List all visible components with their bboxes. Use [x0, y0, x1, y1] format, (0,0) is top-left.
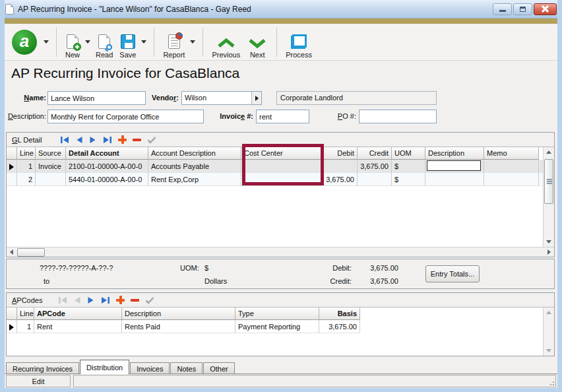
last-record-icon[interactable] — [103, 136, 112, 144]
minimize-icon — [499, 10, 506, 12]
window-document-icon — [5, 4, 14, 15]
credit-total-label: Credit: — [307, 277, 352, 285]
row-selector[interactable] — [7, 160, 17, 173]
gl-horizontal-scrollbar[interactable] — [7, 247, 554, 257]
uom-label: UOM: — [180, 264, 199, 272]
chevron-down-icon — [247, 37, 268, 49]
add-row-icon[interactable] — [116, 296, 125, 304]
toolbar-separator — [203, 28, 203, 57]
tab-invoices[interactable]: Invoices — [130, 362, 170, 374]
apcodes-panel: APCodes Line APCode Description Type Bas… — [6, 292, 555, 356]
gl-detail-grid: Line Source Detail Account Account Descr… — [7, 147, 554, 247]
new-button[interactable]: New — [62, 26, 83, 59]
vendor-label: Vendor: — [142, 94, 179, 102]
tab-distribution[interactable]: Distribution — [80, 360, 129, 374]
apcodes-label: APCodes — [12, 296, 42, 304]
scroll-right-button[interactable] — [544, 247, 554, 257]
tab-notes[interactable]: Notes — [170, 362, 203, 374]
close-button[interactable] — [534, 3, 557, 15]
vendor-lookup-button[interactable] — [251, 92, 261, 104]
last-record-icon[interactable] — [101, 296, 110, 304]
read-icon — [98, 34, 110, 49]
scroll-down-button[interactable] — [544, 346, 554, 356]
po-number-input[interactable] — [359, 110, 437, 123]
account-mask: ????-??-?????-A-??-? — [40, 264, 113, 272]
report-dropdown-icon[interactable] — [190, 40, 195, 44]
apcodes-grid: Line APCode Description Type Basis 1 Ren… — [7, 308, 554, 356]
scroll-up-button[interactable] — [544, 147, 554, 157]
status-panel — [73, 375, 556, 387]
uom-value: $ — [204, 264, 208, 272]
next-record-icon[interactable] — [89, 136, 97, 144]
po-number-label: PO #: — [330, 112, 356, 120]
window-title: AP Recurring Invoice - "Lance Wilson" fo… — [18, 5, 251, 14]
tab-other[interactable]: Other — [203, 362, 235, 374]
gl-description-cell-input[interactable] — [427, 160, 481, 171]
confirm-icon[interactable] — [147, 136, 156, 144]
first-record-icon[interactable] — [58, 296, 67, 304]
previous-record-icon[interactable] — [73, 296, 81, 304]
tab-recurring-invoices[interactable]: Recurring Invoices — [6, 362, 79, 374]
description-input[interactable] — [47, 110, 204, 123]
scroll-left-button[interactable] — [7, 247, 16, 257]
report-button[interactable]: Report — [160, 26, 188, 59]
debit-total-label: Debit: — [307, 264, 352, 272]
account-mask-to: to — [44, 277, 49, 285]
report-icon — [168, 34, 180, 49]
gl-grid-row[interactable]: 2 5440-01-00000-A-00-0 Rent Exp,Corp 3,6… — [7, 173, 554, 186]
entry-summary-panel: ????-??-?????-A-??-? to UOM: $ Dollars D… — [6, 259, 555, 289]
save-icon — [121, 34, 135, 49]
maximize-button[interactable] — [513, 3, 532, 15]
bottom-tabs: Recurring Invoices Distribution Invoices… — [6, 360, 235, 374]
scrollbar-thumb[interactable] — [544, 159, 553, 204]
toolbar-separator — [276, 28, 277, 57]
debit-total-value: 3,675.00 — [356, 264, 398, 272]
delete-row-icon[interactable] — [133, 139, 141, 141]
app-window: AP Recurring Invoice - "Lance Wilson" fo… — [0, 0, 562, 392]
save-button[interactable]: Save — [116, 26, 139, 59]
gl-detail-label: GL Detail — [12, 136, 42, 144]
gl-detail-panel: GL Detail Line Source Detail Account Acc… — [6, 132, 555, 257]
accountmate-logo-icon: a — [12, 30, 37, 55]
minimize-button[interactable] — [493, 3, 512, 15]
scrollbar-thumb[interactable] — [17, 248, 45, 257]
toolbar-separator — [56, 28, 57, 57]
scroll-down-button[interactable] — [544, 237, 554, 247]
scroll-up-button[interactable] — [544, 308, 554, 317]
maximize-icon — [520, 7, 526, 12]
invoice-number-input[interactable] — [256, 110, 309, 123]
next-record-icon[interactable] — [87, 296, 95, 304]
first-record-icon[interactable] — [60, 136, 69, 144]
name-label: Name: — [6, 94, 46, 102]
apcodes-section-header: APCodes — [7, 293, 554, 308]
delete-row-icon[interactable] — [131, 299, 139, 302]
credit-total-value: 3,675.00 — [356, 277, 398, 285]
chevron-up-icon — [216, 37, 237, 49]
uom-description: Dollars — [204, 277, 227, 285]
gl-vertical-scrollbar[interactable] — [543, 147, 554, 247]
process-button[interactable]: Process — [282, 26, 315, 59]
gl-grid-row[interactable]: 1 Invoice 2100-01-00000-A-00-0 Accounts … — [7, 160, 554, 173]
entry-totals-button[interactable]: Entry Totals... — [425, 265, 480, 282]
previous-record-icon[interactable] — [75, 136, 83, 144]
confirm-icon[interactable] — [145, 296, 154, 304]
next-button[interactable]: Next — [243, 26, 271, 59]
name-input[interactable] — [47, 91, 146, 105]
toolbar-separator — [154, 28, 154, 57]
resize-grip-icon[interactable] — [547, 379, 554, 385]
apcodes-vertical-scrollbar[interactable] — [543, 308, 554, 356]
new-dropdown-icon[interactable] — [85, 40, 90, 44]
previous-button[interactable]: Previous — [208, 26, 243, 59]
app-menu-button[interactable]: a — [9, 26, 42, 59]
vendor-combo[interactable]: Wilson — [181, 91, 262, 105]
add-row-icon[interactable] — [118, 135, 127, 144]
apcodes-row[interactable]: 1 Rent Rents Paid Payment Reporting 3,67… — [7, 320, 554, 333]
status-bar: Edit — [5, 374, 557, 388]
row-selector[interactable] — [7, 320, 17, 333]
read-button[interactable]: Read — [92, 26, 116, 59]
status-mode: Edit — [6, 375, 71, 387]
titlebar: AP Recurring Invoice - "Lance Wilson" fo… — [0, 0, 562, 18]
app-menu-dropdown-icon[interactable] — [44, 40, 49, 44]
save-dropdown-icon[interactable] — [141, 40, 146, 44]
row-selector[interactable] — [7, 173, 17, 186]
